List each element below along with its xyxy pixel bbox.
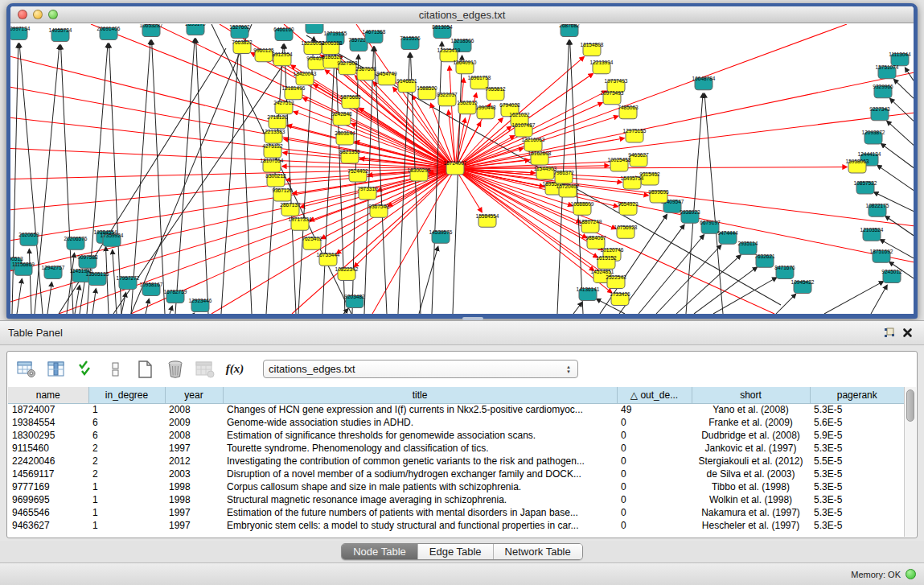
graph-node[interactable]: 18300295	[408, 167, 431, 182]
graph-node[interactable]: 9097588	[77, 254, 98, 269]
graph-node[interactable]: 8471676	[774, 265, 795, 279]
graph-node[interactable]: 17957272	[117, 275, 140, 290]
graph-node[interactable]: 2718126	[267, 114, 288, 129]
table-row[interactable]: 1872400712008Changes of HCN gene express…	[8, 403, 904, 416]
import-table-button[interactable]	[194, 358, 216, 381]
table-row[interactable]: 1456911722003Disruption of a novel membe…	[8, 468, 904, 480]
graph-node[interactable]: 9463627	[628, 152, 649, 167]
table-cell[interactable]: 0	[617, 429, 692, 442]
graph-node[interactable]: 13420043	[294, 71, 317, 85]
graph-node[interactable]: 9327508	[337, 60, 358, 75]
window-titlebar[interactable]: citations_edges.txt	[10, 6, 914, 23]
table-cell[interactable]: 0	[617, 455, 692, 468]
tab-network-table[interactable]: Network Table	[494, 544, 582, 559]
graph-hub-node[interactable]: 18724007	[444, 160, 467, 175]
table-cell[interactable]: 2008	[165, 403, 223, 416]
graph-node[interactable]: 9899695	[648, 189, 669, 204]
table-cell[interactable]: Embryonic stem cells: a model to study s…	[223, 519, 617, 532]
graph-node[interactable]: 2867137	[280, 202, 301, 216]
table-row[interactable]: 969969511998Structural magnetic resonanc…	[8, 493, 904, 506]
table-cell[interactable]: 1997	[165, 442, 223, 455]
table-cell[interactable]: 2	[88, 455, 165, 468]
table-row[interactable]: 946362711997Embryonic stem cells: a mode…	[8, 519, 904, 532]
table-cell[interactable]: 5.3E-5	[810, 506, 904, 519]
table-cell[interactable]: 9699695	[8, 493, 88, 506]
graph-node[interactable]: 9654923	[618, 201, 639, 216]
table-cell[interactable]: 2008	[165, 429, 223, 442]
tab-edge-table[interactable]: Edge Table	[418, 544, 494, 559]
graph-node[interactable]: 16782759	[164, 289, 187, 303]
table-cell[interactable]: 19384554	[8, 416, 88, 429]
table-cell[interactable]: 2003	[165, 468, 223, 480]
graph-node[interactable]: 12213934	[590, 60, 614, 74]
table-cell[interactable]: 5.3E-5	[810, 519, 904, 532]
graph-node[interactable]: 20997134	[10, 26, 31, 40]
graph-node[interactable]: 9960125	[253, 47, 274, 62]
table-cell[interactable]: 9465546	[8, 506, 88, 519]
graph-node[interactable]: 20691406	[97, 26, 121, 40]
column-header-pagerank[interactable]: pagerank	[810, 387, 904, 403]
graph-node[interactable]: 7485063	[618, 105, 639, 119]
table-cell[interactable]: Nakamura et al. (1997)	[692, 506, 810, 519]
table-cell[interactable]: 1997	[165, 506, 223, 519]
graph-node[interactable]: 10857522	[854, 180, 877, 195]
table-cell[interactable]: 2012	[165, 455, 223, 468]
graph-node[interactable]: 10756928	[614, 225, 638, 239]
close-panel-button[interactable]	[898, 325, 916, 341]
graph-node[interactable]: 1733426	[610, 291, 630, 306]
selection-mode-button[interactable]	[75, 358, 97, 381]
table-cell[interactable]: Investigating the contribution of common…	[223, 455, 617, 468]
show-columns-button[interactable]	[45, 358, 68, 381]
graph-node[interactable]: 8821355	[339, 149, 360, 163]
graph-node[interactable]: 9242848	[331, 111, 352, 126]
table-row[interactable]: 911546021997Tourette syndrome. Phenomeno…	[8, 442, 904, 455]
table-row[interactable]: 1938455462009Genome-wide association stu…	[8, 416, 904, 429]
table-cell[interactable]: Corpus callosum shape and size in male p…	[223, 480, 617, 493]
table-cell[interactable]: 0	[617, 506, 692, 519]
table-cell[interactable]: Structural magnetic resonance image aver…	[223, 493, 617, 506]
column-header-year[interactable]: year	[165, 387, 223, 403]
table-cell[interactable]: 2	[88, 468, 165, 480]
graph-node[interactable]: 7986372	[553, 170, 574, 184]
graph-node[interactable]: 12093872	[862, 130, 885, 144]
table-cell[interactable]: 5.3E-5	[810, 480, 904, 493]
table-cell[interactable]: 22420046	[8, 455, 88, 468]
table-cell[interactable]: 9115460	[8, 442, 88, 455]
graph-node[interactable]: 1588520	[417, 85, 437, 100]
graph-node[interactable]: 10958167	[140, 282, 163, 296]
table-cell[interactable]: 1	[88, 506, 165, 519]
graph-node[interactable]: 10653287	[140, 24, 163, 37]
graph-node[interactable]: 1527602	[229, 24, 250, 39]
graph-node[interactable]: 15751074	[876, 64, 899, 79]
close-window-icon[interactable]	[18, 10, 27, 19]
graph-node[interactable]: 15495754	[621, 175, 644, 190]
graph-node[interactable]: 17359924	[101, 233, 124, 247]
graph-node[interactable]: 6466160	[273, 27, 294, 41]
delete-column-button[interactable]	[164, 358, 187, 381]
graph-node[interactable]: 2803144	[335, 130, 355, 145]
table-cell[interactable]: 0	[617, 493, 692, 506]
graph-node[interactable]: 7973310	[357, 186, 378, 200]
table-cell[interactable]: 18724007	[8, 403, 88, 416]
graph-node[interactable]: 7955812	[485, 86, 506, 101]
table-cell[interactable]: 5.3E-5	[810, 493, 904, 506]
table-cell[interactable]: 1	[88, 480, 165, 493]
graph-node[interactable]: 16033809	[303, 24, 326, 34]
table-cell[interactable]: Estimation of significance thresholds fo…	[223, 429, 617, 442]
table-cell[interactable]: 6	[88, 416, 165, 429]
column-header-title[interactable]: title	[223, 387, 617, 403]
float-panel-button[interactable]	[881, 325, 898, 341]
table-cell[interactable]: Wolkin et al. (1998)	[692, 493, 810, 506]
table-cell[interactable]: 2009	[165, 416, 223, 429]
graph-node[interactable]: 1362615	[457, 100, 478, 114]
graph-node[interactable]: 16753444	[317, 252, 340, 266]
table-row[interactable]: 2242004622012Investigating the contribut…	[8, 455, 904, 468]
table-cell[interactable]: 1998	[165, 480, 223, 493]
zoom-window-icon[interactable]	[48, 10, 58, 19]
graph-node[interactable]: 9146821	[396, 78, 417, 93]
table-cell[interactable]: 5.9E-5	[810, 429, 904, 442]
graph-node[interactable]: 2687682	[559, 24, 580, 37]
table-cell[interactable]: Dudbridge et al. (2008)	[692, 429, 810, 442]
scrollbar-thumb[interactable]	[906, 389, 914, 422]
table-cell[interactable]: 5.5E-5	[810, 455, 904, 468]
